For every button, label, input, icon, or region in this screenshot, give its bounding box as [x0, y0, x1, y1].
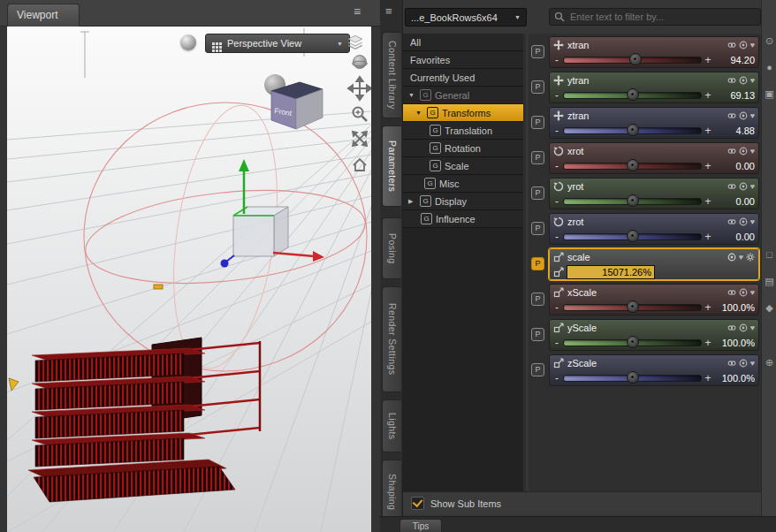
tree-item-display[interactable]: ▶ G Display [403, 193, 523, 210]
favorite-icon[interactable]: ♥ [750, 217, 755, 226]
param-value[interactable]: 100.0% [714, 373, 755, 384]
slider-track[interactable] [563, 198, 702, 205]
dial-icon[interactable] [739, 111, 748, 120]
view-selector-dropdown[interactable]: Perspective View ▼ [205, 34, 350, 53]
ball-icon[interactable]: ● [762, 62, 776, 72]
nudge-up-button[interactable]: + [704, 232, 711, 242]
dial-icon[interactable] [727, 253, 736, 262]
parameter-badge-icon[interactable]: P [531, 80, 544, 94]
favorite-icon[interactable]: ♥ [739, 253, 743, 262]
expand-arrow-icon[interactable]: ▼ [415, 110, 423, 116]
tab-shaping[interactable]: Shaping [382, 460, 401, 525]
slider-knob[interactable] [627, 230, 639, 242]
slider-knob[interactable] [627, 124, 639, 136]
tree-item-translation[interactable]: G Translation [403, 122, 523, 140]
nudge-up-button[interactable]: + [704, 196, 711, 207]
slider-knob[interactable] [627, 159, 639, 171]
slider-track[interactable] [563, 304, 702, 311]
layers-icon[interactable] [346, 34, 364, 50]
favorite-icon[interactable]: ♥ [750, 182, 755, 191]
nav-item-all[interactable]: All [403, 34, 523, 51]
tab-posing[interactable]: Posing [382, 217, 401, 279]
favorite-icon[interactable]: ♥ [750, 147, 755, 156]
slider-knob[interactable] [627, 194, 639, 207]
tabstrip-menu-icon[interactable]: ≡ [385, 4, 392, 18]
collapse-arrow-icon[interactable]: ▶ [408, 198, 416, 205]
shaded-sphere-icon[interactable] [180, 34, 196, 50]
nudge-down-button[interactable]: - [553, 232, 560, 242]
dial-icon[interactable] [739, 323, 748, 332]
parameter-badge-icon[interactable]: P [531, 116, 544, 129]
nudge-up-button[interactable]: + [704, 373, 711, 384]
link-icon[interactable] [727, 323, 736, 332]
nudge-down-button[interactable]: - [553, 55, 560, 65]
dial-icon[interactable] [739, 359, 748, 368]
slider-track[interactable] [563, 339, 702, 346]
nudge-up-button[interactable]: + [704, 161, 711, 171]
parameter-badge-icon[interactable]: P [531, 186, 544, 200]
nudge-down-button[interactable]: - [553, 338, 560, 348]
tree-item-influence[interactable]: G Influence [403, 210, 523, 228]
globe-icon[interactable]: ⊕ [762, 357, 776, 369]
nudge-up-button[interactable]: + [704, 302, 711, 313]
parameter-badge-icon[interactable]: P [531, 293, 544, 306]
panels-icon[interactable]: ▣ [762, 88, 776, 100]
favorite-icon[interactable]: ♥ [750, 359, 755, 368]
page-icon[interactable]: □ [762, 249, 776, 260]
parameter-badge-icon[interactable]: P [531, 151, 544, 164]
viewport[interactable]: Front [7, 27, 371, 532]
param-value[interactable]: 0.00 [714, 196, 755, 207]
nudge-up-button[interactable]: + [704, 55, 711, 65]
diamond-icon[interactable]: ◆ [762, 302, 776, 314]
slider-knob[interactable] [627, 336, 639, 348]
nav-item-currently-used[interactable]: Currently Used [403, 69, 523, 87]
link-icon[interactable] [727, 111, 736, 120]
nudge-down-button[interactable]: - [553, 161, 560, 171]
tab-lights[interactable]: Lights [382, 399, 401, 452]
tab-render-settings[interactable]: Render Settings [382, 286, 401, 392]
dial-icon[interactable] [739, 217, 748, 226]
pivot-marker[interactable] [154, 285, 163, 289]
favorite-icon[interactable]: ♥ [750, 111, 755, 120]
link-icon[interactable] [727, 288, 736, 297]
slider-track[interactable] [563, 92, 702, 99]
param-value[interactable]: 0.00 [714, 161, 755, 171]
param-value[interactable]: 100.0% [714, 338, 755, 348]
slider-track[interactable] [563, 127, 702, 134]
parameter-badge-icon[interactable]: P [531, 222, 544, 235]
parameter-badge-icon[interactable]: P [531, 363, 544, 376]
dial-icon[interactable] [739, 288, 748, 297]
nudge-down-button[interactable]: - [553, 125, 560, 136]
param-value[interactable]: 100.0% [714, 302, 755, 313]
slider-knob[interactable] [629, 53, 642, 65]
tab-viewport[interactable]: Viewport [7, 4, 80, 27]
link-icon[interactable] [727, 76, 736, 85]
tab-content-library[interactable]: Content Library [382, 32, 401, 118]
viewport-canvas[interactable]: Front [7, 27, 371, 532]
expand-arrow-icon[interactable]: ▼ [408, 92, 416, 98]
filter-input[interactable] [568, 11, 756, 23]
slider-knob[interactable] [627, 371, 639, 384]
nudge-down-button[interactable]: - [553, 90, 560, 101]
dial-icon[interactable] [739, 41, 748, 49]
tab-tips[interactable]: Tips [399, 519, 442, 532]
slider-track[interactable] [563, 57, 702, 64]
sphere-icon[interactable]: ⊙ [762, 35, 776, 47]
link-icon[interactable] [727, 359, 736, 368]
favorite-icon[interactable]: ♥ [750, 76, 755, 85]
link-icon[interactable] [727, 147, 736, 156]
scale-value-input[interactable] [567, 265, 655, 279]
gear-icon[interactable] [746, 253, 755, 262]
slider-track[interactable] [563, 233, 702, 240]
show-sub-items-checkbox[interactable] [411, 497, 424, 510]
parameter-badge-icon[interactable]: P [531, 328, 544, 341]
favorite-icon[interactable]: ♥ [750, 323, 755, 332]
nudge-up-button[interactable]: + [704, 90, 711, 101]
link-icon[interactable] [727, 182, 736, 191]
tree-item-misc[interactable]: G Misc [403, 175, 523, 193]
slider-track[interactable] [563, 163, 702, 170]
dial-icon[interactable] [739, 182, 748, 191]
nudge-up-button[interactable]: + [704, 125, 711, 136]
param-value[interactable]: 0.00 [714, 232, 755, 242]
nudge-down-button[interactable]: - [553, 302, 560, 313]
